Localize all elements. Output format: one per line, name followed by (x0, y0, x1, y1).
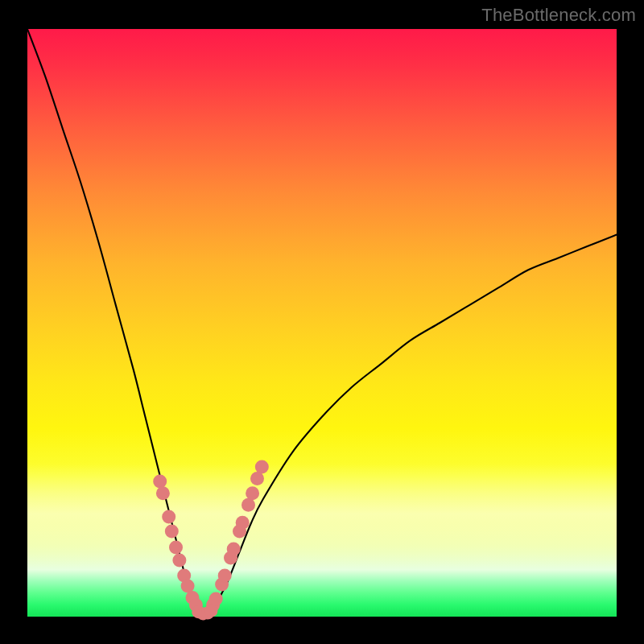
watermark-text: TheBottleneck.com (481, 5, 636, 26)
chart-stage: TheBottleneck.com (0, 0, 644, 644)
plot-area (27, 29, 617, 617)
